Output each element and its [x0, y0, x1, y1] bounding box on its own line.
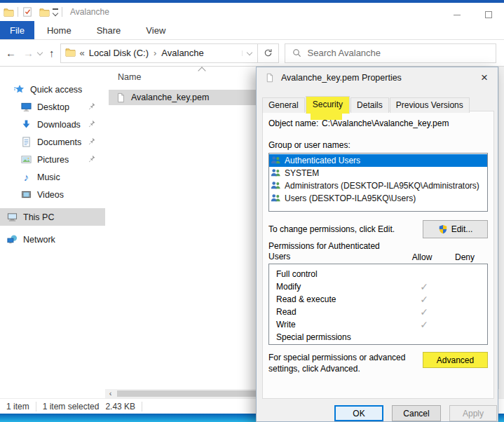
scroll-left-icon[interactable]: ‹ [105, 389, 116, 398]
sidebar-item-quick-access[interactable]: Quick access [0, 81, 105, 98]
folder-icon [65, 48, 76, 58]
group-names-label: Group or user names: [268, 140, 488, 150]
permission-name: Write [276, 320, 402, 329]
picture-icon [21, 154, 32, 165]
tab-details[interactable]: Details [350, 97, 389, 113]
permission-row-read[interactable]: Read ✓ [269, 306, 487, 318]
advanced-hint-text: For special permissions or advanced sett… [268, 352, 423, 374]
sidebar-item-pictures[interactable]: Pictures [0, 151, 105, 168]
tab-security[interactable]: Security [306, 96, 350, 114]
sidebar-item-videos[interactable]: Videos [0, 186, 105, 203]
tab-share[interactable]: Share [84, 21, 134, 39]
edit-button[interactable]: Edit... [423, 220, 488, 238]
scrollbar-thumb[interactable] [117, 390, 257, 397]
group-names-list: Authenticated Users SYSTEM Administrator… [268, 153, 488, 212]
sidebar-item-this-pc[interactable]: This PC [0, 208, 105, 226]
group-row-administrators[interactable]: Administrators (DESKTOP-ILA95KQ\Administ… [269, 179, 487, 192]
allow-checkmark: ✓ [402, 281, 447, 292]
item-count: 1 item [0, 402, 36, 411]
group-name: SYSTEM [285, 168, 319, 178]
tab-home[interactable]: Home [34, 21, 84, 39]
ribbon-tabs: File Home Share View [0, 21, 504, 40]
network-icon [7, 234, 18, 245]
file-icon [265, 73, 275, 83]
back-icon[interactable]: ← [6, 47, 16, 59]
permission-name: Read & execute [276, 294, 402, 304]
file-icon [116, 93, 126, 103]
advanced-button[interactable]: Advanced [423, 352, 488, 368]
allow-column-header: Allow [400, 252, 444, 262]
column-header-name[interactable]: Name [118, 72, 141, 82]
deny-column-header: Deny [444, 252, 485, 262]
permission-name: Special permissions [276, 332, 402, 342]
sidebar-item-documents[interactable]: Documents [0, 133, 105, 151]
permission-row-full-control[interactable]: Full control [269, 268, 487, 280]
properties-check-icon[interactable] [22, 6, 33, 18]
pin-icon [87, 119, 96, 130]
vertical-scrollbar[interactable] [498, 67, 504, 389]
tab-general[interactable]: General [262, 97, 305, 113]
object-name-value: C:\Avalanche\Avalanche_key.pem [322, 118, 449, 128]
close-icon[interactable]: × [475, 69, 493, 86]
sidebar-item-downloads[interactable]: Downloads [0, 116, 105, 133]
sidebar-item-label: Music [37, 172, 60, 182]
selection-count: 1 item selected [36, 402, 106, 411]
sidebar-item-label: Videos [37, 190, 64, 200]
tab-file[interactable]: File [0, 21, 34, 39]
sidebar-item-label: This PC [23, 212, 54, 222]
up-icon[interactable]: ↑ [49, 47, 55, 59]
users-icon [271, 181, 281, 191]
breadcrumb-separator-icon[interactable]: › [154, 48, 156, 58]
sidebar: Quick access Desktop Downloads Documents [0, 67, 105, 389]
recent-locations-chevron-icon[interactable] [37, 49, 43, 55]
star-icon [14, 84, 25, 95]
permission-row-read-execute[interactable]: Read & execute ✓ [269, 293, 487, 306]
group-row-system[interactable]: SYSTEM [269, 167, 487, 179]
allow-checkmark: ✓ [402, 306, 447, 318]
permission-name: Modify [276, 282, 402, 292]
search-input[interactable] [308, 48, 469, 58]
refresh-icon [264, 48, 273, 57]
permission-name: Full control [276, 269, 402, 279]
permission-row-modify[interactable]: Modify ✓ [269, 280, 487, 293]
sidebar-item-label: Quick access [30, 85, 82, 95]
folder-icon[interactable] [39, 6, 50, 18]
dialog-tabs: General Security Details Previous Versio… [262, 96, 470, 113]
sidebar-item-network[interactable]: Network [0, 231, 105, 248]
folder-icon [3, 6, 14, 18]
download-icon [21, 119, 32, 130]
tab-previous-versions[interactable]: Previous Versions [390, 97, 470, 113]
divider [62, 7, 62, 17]
sidebar-item-label: Network [23, 235, 55, 245]
sidebar-item-label: Downloads [37, 120, 81, 130]
quick-access-toolbar-dropdown-icon[interactable] [53, 8, 58, 15]
ok-button[interactable]: OK [334, 405, 383, 421]
address-dropdown[interactable] [242, 50, 257, 56]
edit-button-label: Edit... [451, 224, 473, 234]
breadcrumb-root[interactable]: Local Disk (C:) [89, 48, 149, 58]
apply-button[interactable]: Apply [449, 405, 497, 421]
titlebar: Avalanche [0, 3, 504, 21]
sidebar-item-desktop[interactable]: Desktop [0, 98, 105, 116]
forward-icon: → [23, 47, 34, 59]
permission-name: Read [276, 307, 402, 317]
security-tab-page: Object name: C:\Avalanche\Avalanche_key.… [262, 111, 494, 399]
tab-view[interactable]: View [133, 21, 178, 39]
group-row-authenticated-users[interactable]: Authenticated Users [269, 154, 487, 167]
breadcrumb-overflow-icon[interactable]: « [80, 48, 85, 58]
address-bar[interactable]: « Local Disk (C:) › Avalanche [60, 43, 258, 63]
group-row-users[interactable]: Users (DESKTOP-ILA95KQ\Users) [269, 192, 487, 205]
sidebar-item-music[interactable]: ♪ Music [0, 168, 105, 186]
properties-dialog: Avalanche_key.pem Properties × General S… [256, 67, 498, 422]
refresh-button[interactable] [258, 43, 279, 63]
music-note-icon: ♪ [21, 171, 32, 183]
permission-row-write[interactable]: Write ✓ [269, 318, 487, 331]
search-box[interactable] [285, 43, 496, 63]
cancel-button[interactable]: Cancel [392, 405, 441, 421]
file-name: Avalanche_key.pem [131, 93, 209, 102]
sort-ascending-icon[interactable] [198, 67, 205, 74]
breadcrumb-current[interactable]: Avalanche [161, 48, 203, 58]
permissions-list: Full control Modify ✓ Read & execute ✓ R… [268, 264, 488, 345]
uac-shield-icon [438, 224, 448, 234]
permission-row-special-permissions[interactable]: Special permissions [269, 331, 487, 343]
